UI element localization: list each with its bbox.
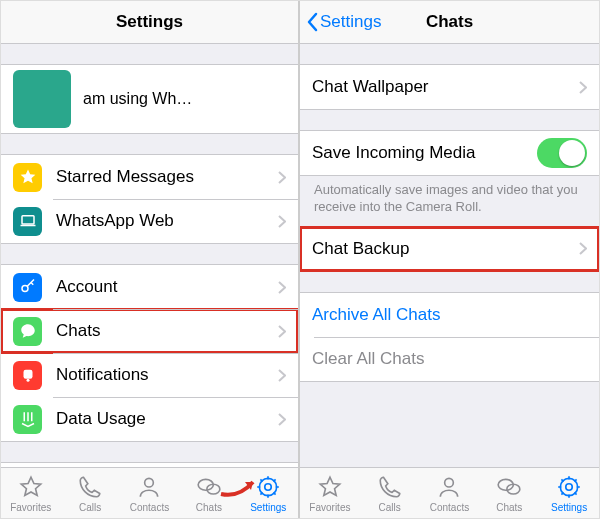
chevron-right-icon <box>278 413 286 426</box>
tab-label: Calls <box>79 502 101 513</box>
settings-row-chats[interactable]: Chats <box>1 309 298 353</box>
tab-label: Chats <box>496 502 522 513</box>
page-title: Settings <box>116 12 183 32</box>
svg-rect-3 <box>23 370 32 379</box>
bell-icon <box>13 361 42 390</box>
star-icon <box>13 163 42 192</box>
navbar: Settings Chats <box>300 1 599 44</box>
tab-settings[interactable]: Settings <box>239 474 298 513</box>
settings-row-data-usage[interactable]: Data Usage <box>1 397 298 441</box>
tab-chats[interactable]: Chats <box>179 474 238 513</box>
save-media-label: Save Incoming Media <box>312 143 537 163</box>
chat-wallpaper-label: Chat Wallpaper <box>312 77 579 97</box>
tab-favorites[interactable]: Favorites <box>1 474 60 513</box>
tab-calls[interactable]: Calls <box>60 474 119 513</box>
svg-point-17 <box>566 483 573 490</box>
row-label: WhatsApp Web <box>56 211 278 231</box>
clear-all-chats-row[interactable]: Clear All Chats <box>300 337 599 381</box>
settings-group-1: Starred MessagesWhatsApp Web <box>1 154 298 244</box>
chat-icon <box>13 317 42 346</box>
profile-row[interactable]: am using Wh… <box>1 65 298 133</box>
back-button[interactable]: Settings <box>306 12 381 32</box>
tab-calls[interactable]: Calls <box>360 474 420 513</box>
svg-point-8 <box>145 478 154 487</box>
row-label: Notifications <box>56 365 278 385</box>
avatar <box>13 70 71 128</box>
tab-label: Contacts <box>430 502 469 513</box>
svg-point-13 <box>445 478 454 487</box>
chevron-right-icon <box>579 242 587 255</box>
settings-row-account[interactable]: Account <box>1 265 298 309</box>
back-label: Settings <box>320 12 381 32</box>
navbar: Settings <box>1 1 298 44</box>
svg-point-2 <box>22 286 28 292</box>
chevron-right-icon <box>278 325 286 338</box>
chevron-right-icon <box>278 369 286 382</box>
chats-settings-screen: Settings Chats Chat Wallpaper Save Incom… <box>300 1 599 518</box>
svg-point-12 <box>265 483 272 490</box>
settings-screen: Settings am using Wh… Starred MessagesWh… <box>1 1 300 518</box>
tab-label: Settings <box>250 502 286 513</box>
tab-contacts[interactable]: Contacts <box>120 474 179 513</box>
svg-rect-0 <box>22 216 34 224</box>
data-icon <box>13 405 42 434</box>
save-media-toggle[interactable] <box>537 138 587 168</box>
laptop-icon <box>13 207 42 236</box>
profile-status: am using Wh… <box>83 90 192 108</box>
settings-group-3: About and Help <box>1 462 298 467</box>
svg-point-4 <box>26 379 29 382</box>
chat-backup-label: Chat Backup <box>312 239 579 259</box>
row-label: Starred Messages <box>56 167 278 187</box>
save-media-note: Automatically save images and video that… <box>300 176 599 226</box>
chevron-right-icon <box>278 281 286 294</box>
chevron-left-icon <box>306 12 318 32</box>
key-icon <box>13 273 42 302</box>
tab-contacts[interactable]: Contacts <box>420 474 480 513</box>
tab-label: Favorites <box>10 502 51 513</box>
tabbar: FavoritesCallsContactsChatsSettings <box>1 467 298 518</box>
tab-settings[interactable]: Settings <box>539 474 599 513</box>
row-label: Chats <box>56 321 278 341</box>
tab-label: Settings <box>551 502 587 513</box>
tab-favorites[interactable]: Favorites <box>300 474 360 513</box>
chat-backup-row[interactable]: Chat Backup <box>300 227 599 271</box>
tabbar: FavoritesCallsContactsChatsSettings <box>300 467 599 518</box>
chevron-right-icon <box>579 81 587 94</box>
settings-row-starred-messages[interactable]: Starred Messages <box>1 155 298 199</box>
row-label: Account <box>56 277 278 297</box>
settings-group-2: AccountChatsNotificationsData Usage <box>1 264 298 442</box>
archive-all-chats-row[interactable]: Archive All Chats <box>300 293 599 337</box>
tab-label: Contacts <box>130 502 169 513</box>
chats-content: Chat Wallpaper Save Incoming Media Autom… <box>300 44 599 467</box>
tab-label: Calls <box>379 502 401 513</box>
save-incoming-media-row: Save Incoming Media <box>300 131 599 175</box>
page-title: Chats <box>426 12 473 32</box>
settings-content: am using Wh… Starred MessagesWhatsApp We… <box>1 44 298 467</box>
tab-label: Chats <box>196 502 222 513</box>
chevron-right-icon <box>278 215 286 228</box>
tab-chats[interactable]: Chats <box>479 474 539 513</box>
settings-row-notifications[interactable]: Notifications <box>1 353 298 397</box>
settings-row-about-and-help[interactable]: About and Help <box>1 463 298 467</box>
chat-wallpaper-row[interactable]: Chat Wallpaper <box>300 65 599 109</box>
tab-label: Favorites <box>309 502 350 513</box>
svg-rect-1 <box>20 225 35 227</box>
settings-row-whatsapp-web[interactable]: WhatsApp Web <box>1 199 298 243</box>
row-label: Data Usage <box>56 409 278 429</box>
chevron-right-icon <box>278 171 286 184</box>
archive-label: Archive All Chats <box>312 305 587 325</box>
clear-label: Clear All Chats <box>312 349 587 369</box>
